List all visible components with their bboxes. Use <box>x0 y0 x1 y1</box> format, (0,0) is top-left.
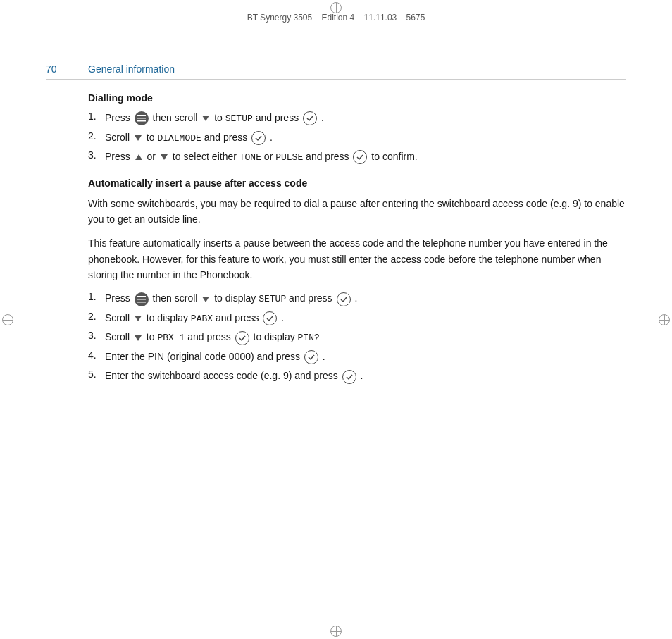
step-content: Enter the PIN (original code 0000) and p… <box>105 349 626 364</box>
step-content: Scroll to display PABX and press . <box>105 311 626 326</box>
pin-label: PIN? <box>298 333 320 343</box>
corner-mark-br <box>652 619 666 633</box>
corner-mark-bl <box>6 619 20 633</box>
list-item: 3. Scroll to PBX 1 and press to display … <box>88 330 626 345</box>
main-content: Dialling mode 1. Press then scroll to SE… <box>88 92 626 384</box>
content-area: 70 General information Dialling mode 1. … <box>46 63 626 394</box>
setup-label: SETUP <box>225 113 253 124</box>
auto-pause-para2: This feature automatically inserts a pau… <box>88 235 626 283</box>
ok-button-icon <box>353 150 367 164</box>
section-header: 70 General information <box>46 63 626 75</box>
step-num: 3. <box>88 330 102 341</box>
step-content: Press then scroll to display SETUP and p… <box>105 291 626 306</box>
crosshair-bottom <box>330 626 342 637</box>
svg-rect-3 <box>137 296 146 297</box>
step-num: 2. <box>88 130 102 142</box>
step-content: Enter the switchboard access code (e.g. … <box>105 368 626 383</box>
scroll-down-icon <box>202 297 209 302</box>
header-text: BT Synergy 3505 – Edition 4 – 11.11.03 –… <box>247 13 425 23</box>
tone-label: TONE <box>239 152 261 163</box>
pulse-label: PULSE <box>275 152 303 163</box>
section-title: General information <box>88 63 175 75</box>
scroll-up-icon <box>135 154 142 160</box>
step-content: Scroll to PBX 1 and press to display PIN… <box>105 330 626 345</box>
step-num: 5. <box>88 368 102 380</box>
menu-button-icon <box>135 111 149 125</box>
scroll-down-icon <box>135 135 142 141</box>
crosshair-left <box>2 314 13 325</box>
pabx-label: PABX <box>191 314 213 324</box>
scroll-down-icon <box>202 116 209 121</box>
auto-pause-section: Automatically insert a pause after acces… <box>88 178 626 384</box>
list-item: 3. Press or to select either TONE or PUL… <box>88 149 626 165</box>
scroll-down-icon <box>161 154 168 160</box>
step-num: 1. <box>88 111 102 122</box>
scroll-down-icon <box>135 335 142 341</box>
ok-button-icon <box>304 350 318 364</box>
pbx1-label: PBX 1 <box>157 333 185 343</box>
auto-pause-para1: With some switchboards, you may be requi… <box>88 196 626 228</box>
ok-button-icon <box>342 370 356 384</box>
list-item: 2. Scroll to DIALMODE and press . <box>88 130 626 146</box>
page-container: BT Synergy 3505 – Edition 4 – 11.11.03 –… <box>0 0 672 639</box>
step-content: Press then scroll to SETUP and press . <box>105 111 626 126</box>
list-item: 1. Press then scroll to SETUP and press … <box>88 111 626 126</box>
crosshair-top <box>330 2 342 13</box>
ok-button-icon <box>263 311 277 325</box>
scroll-down-icon <box>135 316 142 321</box>
svg-rect-2 <box>137 120 146 122</box>
dialling-mode-section: Dialling mode 1. Press then scroll to SE… <box>88 92 626 165</box>
dialling-mode-title: Dialling mode <box>88 92 626 104</box>
ok-button-icon <box>303 111 317 125</box>
list-item: 1. Press then scroll to display SETUP an… <box>88 291 626 306</box>
page-number: 70 <box>46 63 67 75</box>
svg-rect-5 <box>137 302 146 303</box>
menu-button-icon <box>135 292 149 306</box>
dialmode-label: DIALMODE <box>157 133 201 144</box>
ok-button-icon <box>251 131 266 145</box>
dialling-mode-list: 1. Press then scroll to SETUP and press … <box>88 111 626 165</box>
section-divider <box>46 79 626 80</box>
step-num: 1. <box>88 291 102 302</box>
crosshair-right <box>659 314 670 325</box>
step-num: 2. <box>88 311 102 322</box>
setup-label: SETUP <box>259 294 286 304</box>
auto-pause-list: 1. Press then scroll to display SETUP an… <box>88 291 626 383</box>
auto-pause-title: Automatically insert a pause after acces… <box>88 178 626 189</box>
step-content: Scroll to DIALMODE and press . <box>105 130 626 146</box>
ok-button-icon <box>337 292 351 306</box>
list-item: 5. Enter the switchboard access code (e.… <box>88 368 626 383</box>
ok-button-icon <box>235 331 249 345</box>
step-content: Press or to select either TONE or PULSE … <box>105 149 626 165</box>
svg-rect-0 <box>137 115 146 116</box>
page-header: BT Synergy 3505 – Edition 4 – 11.11.03 –… <box>0 13 672 23</box>
step-num: 4. <box>88 349 102 361</box>
list-item: 4. Enter the PIN (original code 0000) an… <box>88 349 626 364</box>
list-item: 2. Scroll to display PABX and press . <box>88 311 626 326</box>
step-num: 3. <box>88 149 102 161</box>
svg-rect-1 <box>137 118 146 119</box>
svg-rect-4 <box>137 299 146 300</box>
